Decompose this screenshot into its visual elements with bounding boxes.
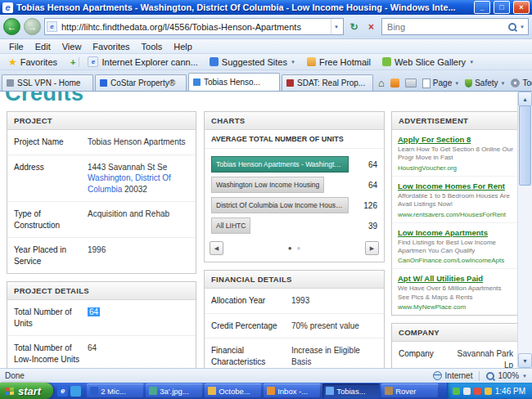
chart-next-button[interactable]: ▶ xyxy=(365,241,379,255)
taskbar-item-inbox[interactable]: Inbox -... xyxy=(264,383,321,398)
project-details-box: PROJECT DETAILS Total Number of Units 64… xyxy=(7,281,196,368)
table-row: Address 1443 Savannah St Se Washington, … xyxy=(7,155,196,203)
maximize-button[interactable]: □ xyxy=(494,1,510,14)
clock[interactable]: 1:46 PM xyxy=(495,387,525,396)
tab-ssl-vpn[interactable]: SSL VPN - Home xyxy=(2,74,93,91)
page-title: Credits xyxy=(5,92,84,106)
chart-prev-button[interactable]: ◀ xyxy=(210,241,223,255)
menu-file[interactable]: File xyxy=(3,41,29,52)
url-input[interactable] xyxy=(60,21,328,33)
favorites-bar: ★ Favorites + e Internet Explorer cann..… xyxy=(0,54,532,70)
ad-headline-link[interactable]: Apt W/ All Utilities Paid xyxy=(398,274,514,283)
taskbar-item-october[interactable]: Octobe... xyxy=(205,383,262,398)
search-input[interactable] xyxy=(385,21,505,33)
ad-headline-link[interactable]: Low Income Homes For Rent xyxy=(398,182,514,191)
browser-window: e Tobias Henson Apartments - Washington,… xyxy=(0,0,532,399)
scroll-down-button[interactable]: ▼ xyxy=(518,353,532,368)
tray-volume-icon[interactable] xyxy=(463,388,471,395)
tab-costar[interactable]: CoStar Property® xyxy=(95,74,187,91)
taskbar-item-word[interactable]: 2 Mic... xyxy=(87,383,144,398)
ad-headline-link[interactable]: Low Income Apartments xyxy=(398,228,514,237)
zoom-icon xyxy=(486,372,494,380)
rss-feed-icon[interactable] xyxy=(390,78,399,87)
close-button[interactable]: × xyxy=(513,1,530,14)
favorites-button-label: Favorites xyxy=(20,57,57,67)
rover-icon xyxy=(385,387,393,395)
chart-bar[interactable]: Washington Low Income Housing xyxy=(211,177,324,193)
chart-bar-row: All LIHTC 39 xyxy=(211,217,377,234)
search-icon[interactable] xyxy=(508,23,516,31)
favorites-item-web-slice[interactable]: Web Slice Gallery ▼ xyxy=(379,56,477,68)
financial-details-box: FINANCIAL DETAILS Allocation Year 1993 C… xyxy=(204,270,385,368)
favorites-item-ie-cannot[interactable]: e Internet Explorer cann... xyxy=(84,56,201,68)
web-slice-icon xyxy=(382,57,391,66)
tab-tobias-henson[interactable]: Tobias Henso... xyxy=(188,73,280,91)
start-button[interactable]: start xyxy=(0,383,53,399)
chart-bar[interactable]: All LIHTC xyxy=(211,217,250,234)
pagination-dot-active[interactable]: ● xyxy=(288,245,292,252)
quick-launch: e xyxy=(53,383,85,399)
taskbar-item-rover[interactable]: Rover xyxy=(381,383,439,398)
tray-alert-icon[interactable] xyxy=(474,388,481,395)
ad-url-link[interactable]: CanOnFinance.com/LowIncomeApts xyxy=(398,257,514,264)
page-menu-button[interactable]: Page ▼ xyxy=(422,78,459,88)
pagination-dot[interactable]: ● xyxy=(297,245,301,252)
show-desktop-icon[interactable] xyxy=(70,386,81,397)
ad-item: Low Income Homes For Rent Affordable 1 t… xyxy=(392,177,520,223)
ad-url-link[interactable]: www.rentsavers.com/HousesForRent xyxy=(398,211,514,218)
favorites-item-suggested-sites[interactable]: Suggested Sites ▼ xyxy=(206,56,299,68)
menu-help[interactable]: Help xyxy=(168,41,198,52)
ie-favicon-icon: e xyxy=(88,56,98,67)
ad-url-link[interactable]: www.MyNewPlace.com xyxy=(398,303,514,311)
chevron-down-icon: ▼ xyxy=(501,81,506,86)
chart-bar-row: District Of Columbia Low Income Housing … xyxy=(211,197,377,213)
globe-icon xyxy=(433,371,442,380)
favorites-button[interactable]: ★ Favorites xyxy=(3,56,62,68)
menu-favorites[interactable]: Favorites xyxy=(87,41,135,52)
print-icon[interactable] xyxy=(405,78,417,87)
back-button[interactable]: ← xyxy=(3,18,20,35)
highlighted-value: 64 xyxy=(88,307,100,316)
url-history-dropdown-icon[interactable]: ▼ xyxy=(331,19,341,34)
menu-tools[interactable]: Tools xyxy=(136,41,169,52)
address-bar: ← → e ▼ ↻ × ▼ xyxy=(0,15,532,39)
tray-network-icon[interactable] xyxy=(485,388,492,395)
favorites-item-free-hotmail[interactable]: Free Hotmail xyxy=(304,56,374,68)
chart-bar[interactable]: District Of Columbia Low Income Housing xyxy=(211,197,349,213)
forward-button[interactable]: → xyxy=(24,18,41,35)
taskbar-item-image[interactable]: 3a'.jpg... xyxy=(146,383,203,398)
suggested-sites-icon xyxy=(210,57,219,66)
chart-bar-highlighted[interactable]: Tobias Henson Apartments - Washington, D… xyxy=(211,156,349,173)
chevron-down-icon: ▼ xyxy=(469,60,474,65)
stop-button[interactable]: × xyxy=(364,19,378,34)
ie-quicklaunch-icon[interactable]: e xyxy=(57,386,68,397)
home-icon[interactable]: ⌂ xyxy=(378,78,385,88)
minimize-button[interactable]: _ xyxy=(474,1,490,14)
tray-shield-icon[interactable] xyxy=(453,388,460,395)
table-row: Total Number of Units 64 xyxy=(7,300,196,336)
search-dropdown-icon[interactable]: ▼ xyxy=(520,25,525,29)
safety-menu-button[interactable]: Safety ▼ xyxy=(465,78,505,87)
project-details-header: PROJECT DETAILS xyxy=(7,282,196,300)
ad-headline-link[interactable]: Apply For Section 8 xyxy=(398,135,514,144)
table-row: Type of Construction Acquisition and Reh… xyxy=(7,202,196,238)
add-favorite-button[interactable]: + xyxy=(67,57,79,67)
tab-sdat[interactable]: SDAT: Real Prop... xyxy=(282,74,373,91)
company-box: COMPANY Company Savannah Park Lp Propert… xyxy=(391,323,521,368)
taskbar-item-tobias[interactable]: Tobias... xyxy=(322,383,380,398)
tools-menu-button[interactable]: Tools ▼ xyxy=(511,78,532,87)
refresh-button[interactable]: ↻ xyxy=(347,19,361,34)
scrollbar-thumb[interactable] xyxy=(519,105,531,186)
task-buttons: 2 Mic... 3a'.jpg... Octobe... Inbox -...… xyxy=(85,383,447,399)
vertical-scrollbar[interactable]: ▲ ▼ xyxy=(517,92,532,368)
zoom-control[interactable]: 100% ▼ xyxy=(486,371,527,380)
menu-edit[interactable]: Edit xyxy=(29,41,56,52)
bar-chart: Tobias Henson Apartments - Washington, D… xyxy=(205,149,384,234)
advertisement-header: ADVERTISEMENT xyxy=(392,112,520,130)
ad-url-link[interactable]: HousingVoucher.org xyxy=(398,164,514,172)
table-row: Financial Characteristics Increase in El… xyxy=(205,338,384,368)
scroll-up-button[interactable]: ▲ xyxy=(518,92,532,106)
site-favicon-icon: e xyxy=(47,21,57,32)
menu-view[interactable]: View xyxy=(56,41,88,52)
title-bar[interactable]: e Tobias Henson Apartments - Washington,… xyxy=(0,0,532,15)
